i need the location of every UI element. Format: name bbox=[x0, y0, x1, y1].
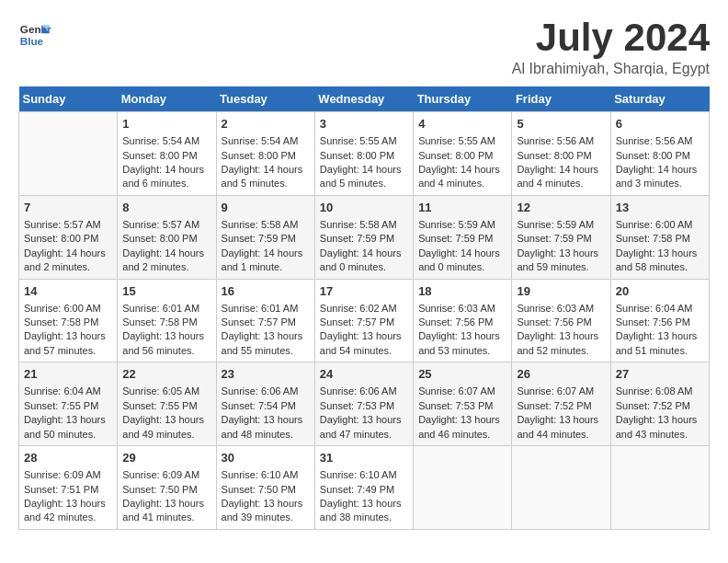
cell-text: Sunrise: 5:59 AM bbox=[418, 218, 506, 232]
cell-text: Daylight: 13 hours bbox=[320, 497, 408, 511]
page-header: General Blue July 2024 Al Ibrahimiyah, S… bbox=[18, 18, 710, 77]
day-header-friday: Friday bbox=[512, 86, 610, 112]
cell-text: and 47 minutes. bbox=[320, 428, 408, 442]
calendar-cell: 7Sunrise: 5:57 AMSunset: 8:00 PMDaylight… bbox=[19, 195, 118, 279]
week-row-3: 14Sunrise: 6:00 AMSunset: 7:58 PMDayligh… bbox=[19, 279, 710, 362]
cell-text: Sunset: 7:59 PM bbox=[418, 232, 506, 246]
calendar-cell: 30Sunrise: 6:10 AMSunset: 7:50 PMDayligh… bbox=[216, 446, 314, 530]
day-number: 25 bbox=[418, 366, 506, 383]
calendar-cell: 8Sunrise: 5:57 AMSunset: 8:00 PMDaylight… bbox=[118, 195, 216, 279]
calendar-cell bbox=[19, 112, 118, 196]
cell-text: Sunrise: 6:01 AM bbox=[122, 302, 210, 316]
day-number: 20 bbox=[616, 283, 704, 300]
calendar-cell: 20Sunrise: 6:04 AMSunset: 7:56 PMDayligh… bbox=[610, 279, 709, 362]
cell-text: Sunrise: 6:08 AM bbox=[616, 385, 704, 398]
cell-text: Sunset: 8:00 PM bbox=[517, 149, 605, 163]
cell-text: Daylight: 13 hours bbox=[222, 497, 310, 511]
calendar-cell: 5Sunrise: 5:56 AMSunset: 8:00 PMDaylight… bbox=[512, 112, 610, 196]
cell-text: Sunrise: 6:02 AM bbox=[320, 302, 408, 316]
calendar-cell: 3Sunrise: 5:55 AMSunset: 8:00 PMDaylight… bbox=[314, 112, 413, 196]
calendar-cell: 27Sunrise: 6:08 AMSunset: 7:52 PMDayligh… bbox=[610, 362, 709, 446]
calendar-cell: 14Sunrise: 6:00 AMSunset: 7:58 PMDayligh… bbox=[19, 279, 118, 362]
cell-text: Sunrise: 6:03 AM bbox=[517, 302, 605, 316]
calendar-cell: 9Sunrise: 5:58 AMSunset: 7:59 PMDaylight… bbox=[216, 195, 314, 279]
cell-text: Sunrise: 5:56 AM bbox=[616, 134, 704, 148]
calendar-table: SundayMondayTuesdayWednesdayThursdayFrid… bbox=[18, 86, 710, 530]
cell-text: Sunset: 7:52 PM bbox=[616, 399, 704, 413]
day-number: 4 bbox=[418, 116, 506, 132]
cell-text: Daylight: 14 hours bbox=[122, 163, 210, 177]
cell-text: and 56 minutes. bbox=[122, 344, 210, 358]
calendar-cell: 11Sunrise: 5:59 AMSunset: 7:59 PMDayligh… bbox=[414, 195, 512, 279]
cell-text: and 52 minutes. bbox=[517, 344, 605, 358]
cell-text: Sunrise: 6:10 AM bbox=[320, 468, 408, 482]
cell-text: Daylight: 13 hours bbox=[418, 413, 506, 427]
week-row-1: 1Sunrise: 5:54 AMSunset: 8:00 PMDaylight… bbox=[19, 112, 710, 196]
day-number: 29 bbox=[122, 450, 210, 466]
calendar-cell: 28Sunrise: 6:09 AMSunset: 7:51 PMDayligh… bbox=[19, 446, 118, 530]
cell-text: Sunrise: 6:09 AM bbox=[122, 468, 210, 482]
calendar-cell: 29Sunrise: 6:09 AMSunset: 7:50 PMDayligh… bbox=[118, 446, 216, 530]
cell-text: Daylight: 13 hours bbox=[24, 413, 112, 427]
day-number: 3 bbox=[320, 116, 408, 132]
cell-text: Daylight: 13 hours bbox=[122, 329, 210, 343]
calendar-cell bbox=[414, 446, 512, 530]
cell-text: Sunset: 7:51 PM bbox=[24, 483, 112, 497]
cell-text: Daylight: 13 hours bbox=[222, 413, 310, 427]
cell-text: Sunrise: 6:00 AM bbox=[616, 218, 704, 232]
day-header-wednesday: Wednesday bbox=[314, 86, 413, 112]
calendar-cell: 26Sunrise: 6:07 AMSunset: 7:52 PMDayligh… bbox=[512, 362, 610, 446]
calendar-cell: 12Sunrise: 5:59 AMSunset: 7:59 PMDayligh… bbox=[512, 195, 610, 279]
cell-text: Sunrise: 6:00 AM bbox=[24, 302, 112, 316]
cell-text: Daylight: 13 hours bbox=[122, 413, 210, 427]
day-number: 18 bbox=[418, 283, 506, 300]
cell-text: and 5 minutes. bbox=[320, 177, 408, 190]
cell-text: Daylight: 14 hours bbox=[320, 247, 408, 260]
cell-text: Sunset: 7:49 PM bbox=[320, 483, 408, 497]
day-number: 12 bbox=[517, 200, 605, 216]
cell-text: Sunset: 7:58 PM bbox=[122, 316, 210, 329]
cell-text: Sunset: 7:52 PM bbox=[517, 399, 605, 413]
cell-text: Daylight: 13 hours bbox=[122, 497, 210, 511]
cell-text: Sunrise: 6:04 AM bbox=[616, 302, 704, 316]
cell-text: Sunset: 7:50 PM bbox=[122, 483, 210, 497]
cell-text: Daylight: 13 hours bbox=[616, 247, 704, 260]
cell-text: Sunset: 7:59 PM bbox=[320, 232, 408, 246]
calendar-cell: 19Sunrise: 6:03 AMSunset: 7:56 PMDayligh… bbox=[512, 279, 610, 362]
calendar-cell bbox=[512, 446, 610, 530]
cell-text: and 1 minute. bbox=[222, 260, 310, 274]
cell-text: Daylight: 14 hours bbox=[222, 247, 310, 260]
cell-text: and 0 minutes. bbox=[418, 260, 506, 274]
cell-text: Daylight: 14 hours bbox=[24, 247, 112, 260]
cell-text: Sunrise: 6:07 AM bbox=[517, 385, 605, 398]
cell-text: Daylight: 14 hours bbox=[222, 163, 310, 177]
cell-text: and 49 minutes. bbox=[122, 428, 210, 442]
day-number: 9 bbox=[222, 200, 310, 216]
cell-text: and 5 minutes. bbox=[222, 177, 310, 190]
day-number: 1 bbox=[122, 116, 210, 132]
calendar-cell: 18Sunrise: 6:03 AMSunset: 7:56 PMDayligh… bbox=[414, 279, 512, 362]
calendar-cell: 24Sunrise: 6:06 AMSunset: 7:53 PMDayligh… bbox=[314, 362, 413, 446]
day-number: 23 bbox=[222, 366, 310, 383]
day-number: 17 bbox=[320, 283, 408, 300]
cell-text: Daylight: 14 hours bbox=[320, 163, 408, 177]
cell-text: Sunset: 7:55 PM bbox=[24, 399, 112, 413]
cell-text: and 54 minutes. bbox=[320, 344, 408, 358]
cell-text: Sunrise: 5:55 AM bbox=[320, 134, 408, 148]
cell-text: Daylight: 13 hours bbox=[24, 329, 112, 343]
month-title: July 2024 bbox=[512, 18, 710, 57]
cell-text: Sunrise: 5:54 AM bbox=[122, 134, 210, 148]
calendar-cell: 23Sunrise: 6:06 AMSunset: 7:54 PMDayligh… bbox=[216, 362, 314, 446]
day-number: 7 bbox=[24, 200, 112, 216]
cell-text: Daylight: 14 hours bbox=[517, 163, 605, 177]
cell-text: and 4 minutes. bbox=[418, 177, 506, 190]
cell-text: Sunset: 7:54 PM bbox=[222, 399, 310, 413]
cell-text: Sunset: 7:53 PM bbox=[320, 399, 408, 413]
cell-text: Daylight: 14 hours bbox=[616, 163, 704, 177]
cell-text: and 58 minutes. bbox=[616, 260, 704, 274]
cell-text: Sunrise: 6:07 AM bbox=[418, 385, 506, 398]
calendar-cell: 31Sunrise: 6:10 AMSunset: 7:49 PMDayligh… bbox=[314, 446, 413, 530]
week-row-5: 28Sunrise: 6:09 AMSunset: 7:51 PMDayligh… bbox=[19, 446, 710, 530]
day-number: 19 bbox=[517, 283, 605, 300]
day-number: 6 bbox=[616, 116, 704, 132]
